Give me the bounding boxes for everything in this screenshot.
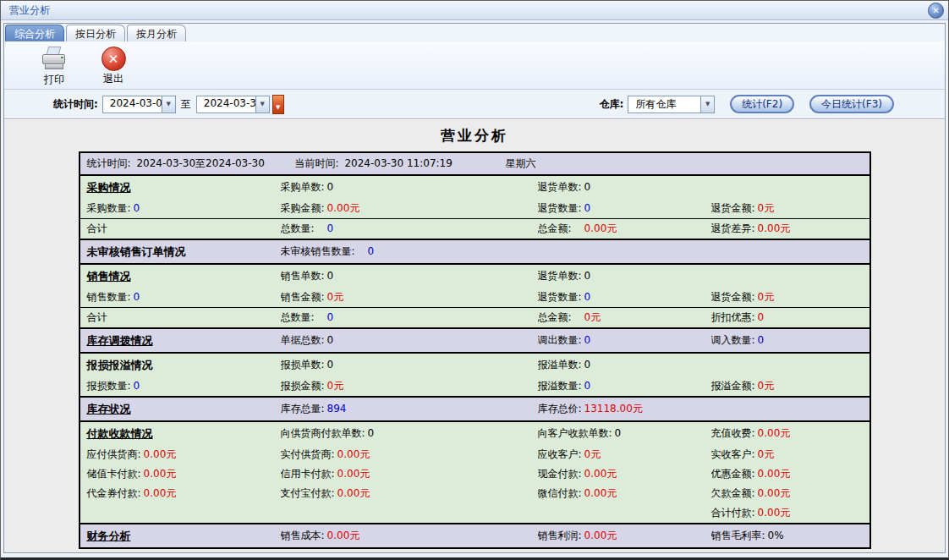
cell-label: 报溢单数: xyxy=(538,359,582,371)
cell-value: 0.00元 xyxy=(758,427,791,439)
chevron-down-icon[interactable]: ▼ xyxy=(255,96,269,113)
chevron-down-icon[interactable]: ▼ xyxy=(700,96,714,113)
title-bar[interactable]: 营业分析 ✕ xyxy=(1,1,948,20)
cell-label: 合计 xyxy=(87,311,107,323)
cell-label: 应付供货商: xyxy=(87,448,141,460)
window-frame: 综合分析 按日分析 按月分析 打印 ✕ 退出 统计时间: 2024-03-01 … xyxy=(3,23,946,553)
warehouse-value: 所有仓库 xyxy=(631,96,700,113)
cell-value: 0 xyxy=(368,427,375,439)
report-row: 采购数量:0采购金额:0.00元退货数量:0退货金额:0元 xyxy=(80,199,869,218)
print-button[interactable]: 打印 xyxy=(30,45,79,87)
report-row: 报损报溢情况报损单数:0报溢单数:0 xyxy=(80,352,869,376)
cell-label: 销售利润: xyxy=(538,530,582,541)
close-icon[interactable]: ✕ xyxy=(928,3,944,19)
section-title: 付款收款情况 xyxy=(87,427,153,440)
cell-value: 0 xyxy=(327,334,334,346)
tab-daily-analysis[interactable]: 按日分析 xyxy=(66,25,125,41)
cell-label: 库存总量: xyxy=(281,403,325,415)
cell-label: 向供货商付款单数: xyxy=(281,427,365,439)
report-cell xyxy=(538,244,711,260)
cell-value: 0 xyxy=(758,334,765,346)
tab-monthly-analysis[interactable]: 按月分析 xyxy=(127,25,186,41)
report-cell: 库存状况 xyxy=(80,402,281,417)
chevron-down-icon[interactable]: ▼ xyxy=(162,96,175,113)
cell-label: 采购金额: xyxy=(281,202,325,214)
report-cell: 报溢金额:0元 xyxy=(711,379,869,393)
cell-value: 894 xyxy=(327,403,347,415)
cell-value: 0元 xyxy=(327,380,344,392)
warehouse-combo[interactable]: 所有仓库 ▼ xyxy=(628,96,715,113)
report-cell: 销售单数:0 xyxy=(281,269,538,284)
cell-value: 0 xyxy=(584,380,591,392)
report-cell: 退货单数:0 xyxy=(538,269,711,284)
cell-label: 调入数量: xyxy=(711,334,755,346)
cell-value: 0元 xyxy=(584,448,601,460)
report-title: 营业分析 xyxy=(4,126,945,145)
stat-time-label: 统计时间: xyxy=(53,97,98,112)
cell-label: 退货金额: xyxy=(711,202,755,214)
report-cell: 库存总价:13118.00元 xyxy=(538,402,711,417)
cell-value: 0.00元 xyxy=(337,487,370,499)
report-cell: 折扣优惠:0 xyxy=(711,310,869,325)
cell-label: 总金额: xyxy=(538,222,572,234)
report-cell xyxy=(711,244,869,260)
report-row: 合计付款:0.00元 xyxy=(80,503,869,523)
cell-value: 0.00元 xyxy=(584,468,617,480)
report-cell: 信用卡付款:0.00元 xyxy=(281,467,538,481)
print-label: 打印 xyxy=(44,73,64,87)
report-row: 合计总数量:0总金额:0.00元退货差异:0.00元 xyxy=(80,218,869,239)
report-cell: 退货数量:0 xyxy=(538,290,711,305)
cell-label: 总数量: xyxy=(281,311,315,323)
report-cell xyxy=(711,358,869,373)
report-cell: 退货金额:0元 xyxy=(711,201,869,216)
report-table: 统计时间: 2024-03-30至2024-03-30 当前时间: 2024-0… xyxy=(79,151,871,549)
date-preset-button[interactable]: ▼ xyxy=(272,95,284,114)
stat-time-cell-value: 2024-03-30至2024-03-30 xyxy=(136,157,264,169)
report-row: 合计总数量:0总金额:0元折扣优惠:0 xyxy=(80,307,869,327)
report-cell: 销售数量:0 xyxy=(80,290,281,305)
cell-label: 储值卡付款: xyxy=(87,468,141,480)
cell-label: 调出数量: xyxy=(538,334,582,346)
date-from-combo[interactable]: 2024-03-01 ▼ xyxy=(102,96,176,113)
exit-label: 退出 xyxy=(103,72,123,86)
report-cell: 未审核销售订单情况 xyxy=(80,244,281,260)
cell-label: 总数量: xyxy=(281,222,315,234)
section-title: 财务分析 xyxy=(87,530,131,542)
date-to-combo[interactable]: 2024-03-30 ▼ xyxy=(196,96,270,113)
cell-label: 向客户收款单数: xyxy=(538,427,612,439)
cell-value: 0 xyxy=(584,334,591,346)
cell-label: 未审核销售数量: xyxy=(281,245,355,257)
cell-value: 0 xyxy=(758,311,765,323)
report-row: 储值卡付款:0.00元信用卡付款:0.00元现金付款:0.00元优惠金额:0.0… xyxy=(80,464,869,484)
cell-label: 微信付款: xyxy=(538,487,582,499)
cell-label: 退货单数: xyxy=(538,270,582,282)
cell-label: 应收客户: xyxy=(538,448,582,460)
cell-label: 销售单数: xyxy=(281,270,325,282)
report-cell: 实付供货商:0.00元 xyxy=(281,447,538,462)
report-cell: 退货单数:0 xyxy=(538,180,711,195)
report-row: 采购情况采购单数:0退货单数:0 xyxy=(80,174,869,199)
today-statistics-button[interactable]: 今日统计(F3) xyxy=(809,95,894,113)
report-cell: 现金付款:0.00元 xyxy=(538,467,711,481)
statistics-button[interactable]: 统计(F2) xyxy=(730,95,794,113)
report-cell: 销售金额:0元 xyxy=(281,290,538,305)
report-cell: 销售成本:0.00元 xyxy=(281,529,538,544)
cell-label: 折扣优惠: xyxy=(711,311,755,323)
cell-label: 退货数量: xyxy=(538,291,582,303)
cell-value: 13118.00元 xyxy=(584,403,643,415)
cell-value: 0元 xyxy=(758,291,775,303)
cell-label: 库存总价: xyxy=(538,403,582,415)
report-cell: 实收客户:0元 xyxy=(711,447,869,462)
cell-value: 0 xyxy=(584,359,591,371)
report-cell: 合计 xyxy=(80,310,281,325)
cell-label: 支付宝付款: xyxy=(281,487,335,499)
tab-comprehensive-analysis[interactable]: 综合分析 xyxy=(5,25,64,41)
report-cell: 销售利润:0.00元 xyxy=(538,529,711,544)
cell-value: 0 xyxy=(368,245,375,257)
cell-value: 0.00元 xyxy=(144,468,177,480)
date-to-value: 2024-03-30 xyxy=(200,96,255,113)
stat-time-cell: 统计时间: 2024-03-30至2024-03-30 xyxy=(80,156,295,171)
cell-value: 0 xyxy=(327,181,334,193)
exit-button[interactable]: ✕ 退出 xyxy=(89,45,138,86)
cell-value: 0元 xyxy=(758,380,775,392)
